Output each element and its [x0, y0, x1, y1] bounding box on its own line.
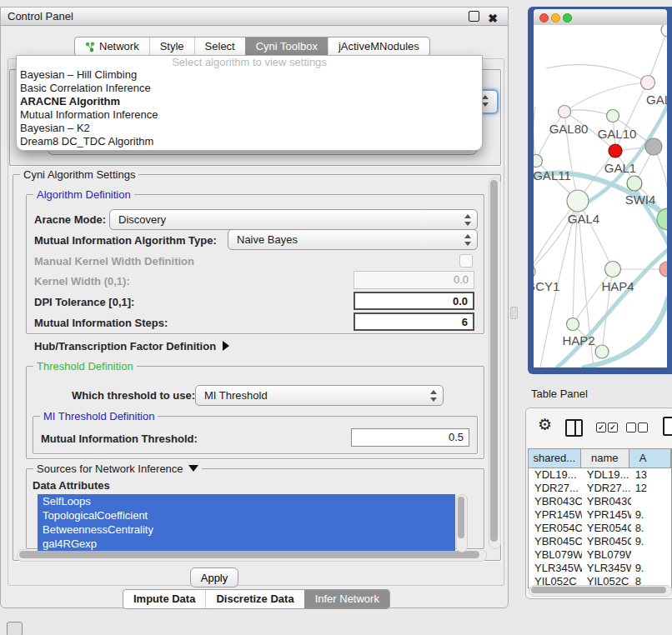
- columns-icon[interactable]: [565, 419, 583, 437]
- bottom-tabs: Impute Data Discretize Data Infer Networ…: [123, 589, 390, 609]
- maximize-traffic-icon[interactable]: [563, 13, 572, 22]
- tab-impute-data[interactable]: Impute Data: [123, 590, 205, 608]
- new-table-icon[interactable]: [663, 417, 672, 436]
- splitter-handle[interactable]: [510, 307, 518, 319]
- node-label: GAL80: [549, 122, 589, 136]
- table-row[interactable]: YBR043CYBR043C: [529, 495, 671, 508]
- mi-threshold-field[interactable]: 0.5: [351, 428, 469, 447]
- node-table[interactable]: shared... name A YDL19...YDL19...13 YDR2…: [528, 448, 672, 588]
- tab-network[interactable]: Network: [75, 38, 149, 56]
- dropdown-item[interactable]: Bayesian – K2: [17, 122, 482, 135]
- which-threshold-combo[interactable]: MI Threshold: [195, 385, 444, 406]
- dropdown-item[interactable]: Basic Correlation Inference: [17, 82, 482, 95]
- manual-kernel-label: Manual Kernel Width Definition: [34, 255, 194, 268]
- dpi-tolerance-field[interactable]: 0.0: [354, 292, 474, 310]
- sources-title[interactable]: Sources for Network Inference: [33, 462, 202, 475]
- aracne-mode-label: Aracne Mode:: [34, 213, 106, 226]
- node-label: SWI4: [625, 192, 656, 207]
- control-panel-titlebar[interactable]: Control Panel ✖: [1, 8, 508, 26]
- close-traffic-icon[interactable]: [539, 13, 549, 22]
- attribute-item[interactable]: SelfLoops: [38, 494, 455, 508]
- close-icon[interactable]: ✖: [488, 9, 498, 28]
- aracne-mode-value: Discovery: [118, 213, 166, 226]
- dropdown-item[interactable]: Bayesian – Hill Climbing: [17, 68, 482, 82]
- apply-button[interactable]: Apply: [190, 568, 238, 588]
- dropdown-item[interactable]: Dream8 DC_TDC Algorithm: [17, 135, 482, 148]
- data-attributes-list[interactable]: SelfLoops TopologicalCoefficient Between…: [38, 494, 455, 551]
- dropdown-item-selected[interactable]: ARACNE Algorithm: [17, 95, 482, 108]
- hub-definition-expander[interactable]: Hub/Transcription Factor Definition: [34, 340, 229, 352]
- algorithm-definition-title: Algorithm Definition: [33, 188, 134, 201]
- node-label: GCY1: [534, 279, 559, 293]
- mi-steps-label: Mutual Information Steps:: [34, 317, 168, 329]
- table-row[interactable]: YDL19...YDL19...13: [529, 468, 671, 482]
- network-window-titlebar[interactable]: [534, 9, 667, 26]
- table-row[interactable]: YBL079WYBL079W: [529, 548, 671, 562]
- table-row[interactable]: YBR045CYBR045C9.: [529, 535, 671, 548]
- network-view-window: GAL80 GAL10 GAL1 GAL11 SWI4 GAL4 GCY1 HA…: [528, 7, 672, 374]
- threshold-definition-title: Threshold Definition: [33, 360, 137, 372]
- checked-checkbox-icon[interactable]: ✓: [596, 422, 606, 432]
- manual-kernel-checkbox[interactable]: [459, 254, 473, 268]
- node-label: HAP4: [601, 279, 634, 293]
- tab-style[interactable]: Style: [149, 38, 194, 56]
- expanded-arrow-icon: [188, 465, 198, 472]
- minimized-panel-icon[interactable]: [7, 622, 23, 635]
- table-panel-title: Table Panel: [531, 388, 588, 400]
- settings-hscrollbar-thumb[interactable]: [19, 551, 479, 558]
- control-panel-tabs: Network Style Select Cyni Toolbox jActiv…: [74, 37, 430, 57]
- table-hscrollbar[interactable]: [529, 585, 672, 597]
- dropdown-prompt: Select algorithm to view settings: [17, 56, 482, 68]
- network-graph: GAL80 GAL10 GAL1 GAL11 SWI4 GAL4 GCY1 HA…: [534, 25, 667, 368]
- node-label: GAL: [646, 92, 667, 107]
- mi-threshold-label: Mutual Information Threshold:: [41, 432, 198, 445]
- tab-infer-network[interactable]: Infer Network: [304, 590, 389, 608]
- control-panel-window: Control Panel ✖ Network Style Select Cyn…: [0, 7, 509, 608]
- node-label: GAL11: [534, 168, 571, 182]
- table-header-row: shared... name A: [529, 449, 671, 468]
- table-hscrollbar-thumb[interactable]: [531, 587, 666, 593]
- mi-type-combo[interactable]: Naive Bayes: [228, 229, 478, 250]
- stepper-arrows-icon: [464, 214, 471, 226]
- collapsed-arrow-icon: [223, 341, 229, 351]
- stepper-arrows-icon: [464, 234, 471, 246]
- table-row[interactable]: YLR345WYLR345W9.: [529, 562, 671, 575]
- table-row[interactable]: YPR145WYPR145W9.: [529, 508, 671, 522]
- network-canvas[interactable]: GAL80 GAL10 GAL1 GAL11 SWI4 GAL4 GCY1 HA…: [534, 25, 667, 368]
- tab-discretize-data[interactable]: Discretize Data: [205, 590, 303, 608]
- column-header-partial[interactable]: A: [629, 449, 671, 468]
- mi-steps-field[interactable]: 6: [354, 312, 474, 331]
- attribute-item[interactable]: BetweennessCentrality: [38, 522, 455, 537]
- column-header-shared-name[interactable]: shared...: [529, 449, 581, 468]
- attributes-scrollbar[interactable]: [456, 494, 468, 552]
- mi-type-value: Naive Bayes: [237, 233, 298, 246]
- tab-cyni-toolbox[interactable]: Cyni Toolbox: [245, 38, 328, 56]
- settings-scrollbar-thumb[interactable]: [490, 180, 498, 542]
- attribute-item[interactable]: TopologicalCoefficient: [38, 508, 455, 522]
- unchecked-checkbox-icon[interactable]: [638, 422, 648, 432]
- checked-checkbox-icon[interactable]: ✓: [608, 422, 618, 432]
- dpi-tolerance-label: DPI Tolerance [0,1]:: [34, 296, 134, 308]
- table-row[interactable]: YDR27...YDR27...12: [529, 482, 671, 495]
- column-header-name[interactable]: name: [581, 449, 629, 468]
- float-window-icon[interactable]: [469, 11, 479, 22]
- stepper-arrows-icon: [429, 390, 437, 402]
- node-label: HAP2: [562, 333, 594, 348]
- panel-title: Control Panel: [8, 10, 73, 22]
- minimize-traffic-icon[interactable]: [551, 13, 560, 22]
- unchecked-checkbox-icon[interactable]: [626, 422, 636, 432]
- algorithm-dropdown-popup: Select algorithm to view settings Bayesi…: [16, 55, 483, 151]
- settings-hscrollbar[interactable]: [17, 549, 487, 562]
- gear-icon[interactable]: ⚙: [538, 415, 552, 434]
- attribute-item[interactable]: gal4RGexp: [38, 537, 455, 551]
- tab-jactivemnodules[interactable]: jActiveMNodules: [328, 38, 429, 56]
- kernel-width-label: Kernel Width (0,1):: [34, 275, 130, 288]
- tab-select[interactable]: Select: [194, 38, 245, 56]
- settings-scrollbar[interactable]: [489, 178, 501, 549]
- attributes-scrollbar-thumb[interactable]: [458, 497, 464, 538]
- table-row[interactable]: YER054CYER054C8.: [529, 522, 671, 535]
- node-label: GAL1: [604, 161, 636, 175]
- dropdown-item[interactable]: Mutual Information Inference: [17, 108, 482, 122]
- aracne-mode-combo[interactable]: Discovery: [109, 209, 478, 230]
- kernel-width-field[interactable]: 0.0: [354, 271, 474, 289]
